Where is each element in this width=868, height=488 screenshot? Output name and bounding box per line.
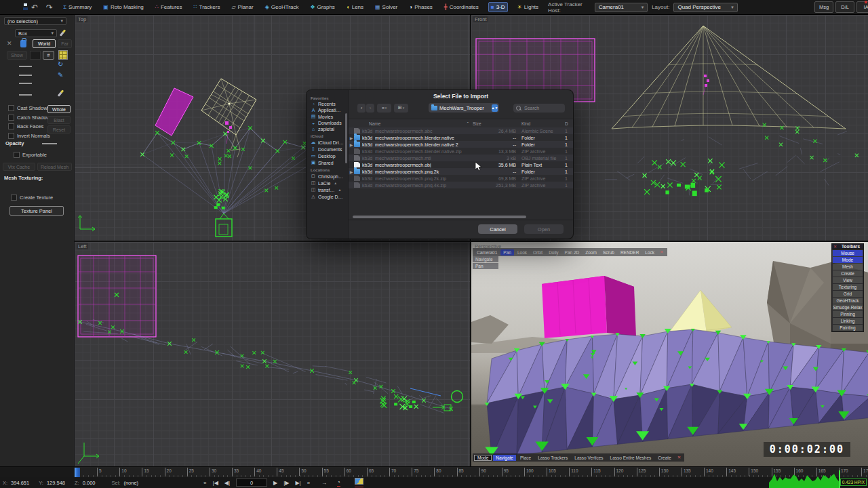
eject-icon[interactable]: ▲ (334, 181, 337, 185)
exportable-row[interactable]: Exportable (14, 152, 47, 158)
file-row[interactable]: ▶ kb3d_mechwarstroopermech.png.2k -- Fol… (349, 168, 573, 175)
checkbox-row[interactable]: Cast Shadows (8, 104, 53, 113)
mode-bar-item[interactable]: Place (517, 455, 534, 461)
icon-view-button[interactable]: ⊞ ▾ (394, 104, 408, 113)
sidebar-item[interactable]: ▭ Desktop (307, 152, 348, 159)
camera-tool-button[interactable]: Pan 2D (562, 249, 583, 256)
toolbars-panel-item[interactable]: Mouse (833, 250, 863, 256)
nav-stack-item[interactable]: Navigate (473, 256, 498, 262)
checkbox-row[interactable]: Back Faces (8, 122, 53, 131)
far-button[interactable]: Far (58, 39, 72, 48)
to-start-button[interactable]: |◀ (213, 480, 218, 486)
create-texture-row[interactable]: Create Texture (11, 195, 53, 201)
sidebar-item[interactable]: ▤ Movies (307, 113, 348, 120)
close-icon[interactable]: ✕ (658, 249, 665, 256)
goto-arrow-button[interactable]: → (321, 480, 327, 486)
file-row[interactable]: ▶ kb3d_mechwarstroopermech.png.2k.zip 69… (349, 175, 573, 182)
menu-item[interactable]: ▣ Roto Masking (101, 3, 145, 12)
texture-grid-icon[interactable] (58, 50, 68, 60)
back-button[interactable]: ‹ (357, 104, 366, 113)
disclosure-triangle-icon[interactable]: ▶ (349, 169, 354, 174)
menu-item[interactable]: ◈ GeoHTrack (263, 3, 301, 12)
toolbars-panel-item[interactable]: Smudge-Relax (833, 304, 863, 310)
sidebar-item[interactable]: ◫ transf… ▲ (307, 186, 348, 193)
playhead[interactable] (75, 468, 80, 477)
toolbars-panel-item[interactable]: Pinning (833, 311, 863, 317)
camera-tool-button[interactable]: RENDER (618, 249, 642, 256)
search-box[interactable] (513, 104, 565, 113)
checkbox[interactable] (8, 105, 14, 111)
sidebar-item[interactable]: ◫ LaCie ▲ (307, 180, 348, 186)
menu-bar-button[interactable]: Msg (814, 1, 833, 13)
nav-stack-item[interactable]: Pan (473, 263, 498, 269)
sidebar-item[interactable]: ☁ iCloud Dri… (307, 139, 348, 146)
checkbox[interactable] (8, 115, 14, 121)
redo-icon[interactable]: ↷ (46, 4, 53, 11)
menu-item[interactable]: ◖ Lens (344, 3, 366, 12)
slider-1[interactable] (19, 66, 32, 67)
sidebar-item[interactable]: ◒ Downloads (307, 120, 348, 126)
sidebar-item[interactable]: ◔ Recents (307, 101, 348, 107)
mesh-type-dropdown[interactable]: Box ▾ (15, 29, 57, 37)
wrench-icon[interactable] (58, 89, 64, 96)
close-icon[interactable]: ✕ (675, 454, 683, 461)
rewind-button[interactable]: « (203, 480, 206, 486)
horizontal-scrollbar[interactable] (353, 216, 526, 218)
forward-button[interactable]: › (366, 104, 374, 113)
file-row[interactable]: ▶ kb3d_mechwarstroopermech.blender.nativ… (349, 134, 573, 141)
blast-button[interactable]: Blast (47, 116, 71, 124)
clock-icon[interactable]: ◔ (337, 479, 340, 487)
menu-item[interactable]: ◑ Phases (407, 3, 435, 12)
lock-icon[interactable] (20, 40, 26, 47)
step-back-button[interactable]: ◀| (224, 480, 230, 486)
slider-3[interactable] (19, 83, 32, 84)
step-forward-button[interactable]: |▶ (283, 480, 289, 486)
reload-mesh-button[interactable]: Reload Mesh (37, 163, 72, 171)
image-icon[interactable] (355, 478, 363, 487)
camera-tool-button[interactable]: Lock (642, 249, 657, 256)
show-button[interactable]: Show (7, 51, 27, 60)
edit-icon[interactable]: ✎ (58, 72, 63, 79)
swatch-box[interactable] (30, 51, 41, 60)
fast-forward-button[interactable]: » (307, 480, 310, 486)
slider-4[interactable] (19, 94, 32, 96)
menu-item[interactable]: ∷ Trackers (191, 3, 222, 12)
close-icon[interactable]: ✕ (832, 244, 838, 249)
camera-tool-button[interactable]: Pan (500, 249, 514, 256)
menu-bar-button[interactable]: D/L (835, 1, 854, 13)
eject-icon[interactable]: ▲ (338, 188, 342, 192)
file-row[interactable]: ▶ kb3d_mechwarstroopermech.png.4k.zip 25… (349, 182, 573, 188)
column-size[interactable]: Size (473, 121, 521, 126)
menu-item[interactable]: ▦ Solver (373, 3, 399, 12)
menu-item[interactable]: ■ 3-D (488, 2, 508, 12)
slider-2[interactable] (19, 75, 32, 76)
undo-icon[interactable]: ↶ (31, 4, 38, 11)
selection-dropdown[interactable]: (no selection) ▾ (4, 17, 66, 25)
sidebar-item[interactable]: A Applicati… (307, 107, 348, 113)
pick-tool-icon[interactable] (60, 29, 66, 36)
search-input[interactable] (523, 105, 562, 111)
toolbars-panel-item[interactable]: Mode (833, 257, 863, 263)
toolbars-panel-item[interactable]: Painting (833, 325, 863, 331)
toolbars-panel-item[interactable]: Create (833, 270, 863, 277)
mode-bar-item[interactable]: Lasso Entire Meshes (608, 455, 654, 461)
perspective-viewport-canvas[interactable] (471, 242, 868, 466)
sidebar-scrollbar[interactable] (345, 113, 347, 163)
checkbox[interactable] (8, 133, 14, 139)
checkbox[interactable] (11, 195, 17, 201)
mode-bar-item[interactable]: Lasso Trackers (535, 455, 570, 461)
toolbars-panel-item[interactable]: GeoHTrack (833, 298, 863, 304)
checkbox-row[interactable]: Invert Normals (8, 131, 53, 141)
whole-button[interactable]: Whole (47, 105, 71, 113)
active-tracker-host-select[interactable]: Camera01 ▾ (595, 3, 648, 12)
file-row[interactable]: ▶ kb3d_mechwarstroopermech.blender.nativ… (349, 148, 573, 155)
checkbox-row[interactable]: Catch Shadows (8, 113, 53, 123)
mode-bar-item[interactable]: Create (655, 455, 674, 461)
to-end-button[interactable]: ▶| (295, 480, 300, 486)
toolbars-panel-item[interactable]: Linking (833, 318, 863, 324)
menu-item[interactable]: ╋ Coordinates (442, 3, 481, 12)
column-kind[interactable]: Kind (521, 121, 565, 126)
menu-item[interactable]: ∴ Features (153, 3, 184, 12)
toolbars-panel-item[interactable]: Grid (833, 291, 863, 297)
left-viewport[interactable]: Left (75, 242, 471, 466)
